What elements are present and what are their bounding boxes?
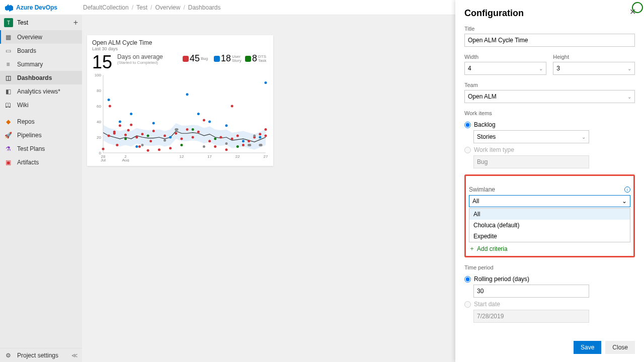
svg-point-72 — [236, 145, 239, 148]
save-button[interactable]: Save — [574, 341, 601, 354]
panel-heading: Configuration — [464, 8, 635, 19]
repos-icon: ◆ — [4, 118, 12, 126]
svg-text:60: 60 — [97, 104, 101, 109]
title-input[interactable] — [464, 34, 635, 47]
config-panel: Configuration ✕ Title Width 4⌄ Height 3⌄… — [455, 0, 644, 362]
add-icon[interactable]: + — [73, 18, 78, 27]
big-number: 15 — [92, 53, 112, 71]
nav-analytics[interactable]: ◧Analytics views* — [0, 84, 82, 98]
nav-repos[interactable]: ◆Repos — [0, 115, 82, 128]
svg-text:27: 27 — [264, 154, 268, 159]
swimlane-option[interactable]: Expedite — [469, 231, 630, 242]
svg-point-57 — [135, 145, 138, 148]
rolling-radio[interactable]: Rolling period (days) — [464, 276, 635, 283]
nav-label: Test Plans — [17, 145, 45, 152]
boards-icon: ▭ — [4, 47, 12, 55]
breadcrumb-item[interactable]: Test — [136, 4, 147, 11]
project-header[interactable]: T Test + — [0, 15, 82, 30]
collapse-icon[interactable]: ≪ — [71, 352, 78, 359]
radio-input[interactable] — [464, 122, 471, 128]
nav-boards[interactable]: ▭Boards — [0, 44, 82, 57]
svg-point-18 — [109, 105, 111, 108]
cycle-time-widget[interactable]: Open ALM Cycle Time Last 30 days 15 Days… — [87, 35, 273, 166]
svg-text:80: 80 — [97, 88, 101, 93]
svg-point-68 — [147, 134, 149, 137]
close-button[interactable]: Close — [605, 341, 635, 354]
backlog-radio[interactable]: Backlog — [464, 121, 635, 128]
backlog-select[interactable]: Stories⌄ — [473, 130, 589, 143]
svg-point-44 — [225, 148, 228, 151]
svg-point-26 — [135, 136, 138, 139]
overview-icon: ▦ — [4, 33, 12, 41]
widget-title: Open ALM Cycle Time — [92, 39, 268, 46]
analytics-icon: ◧ — [4, 87, 12, 96]
svg-point-74 — [164, 139, 166, 142]
brand-text: Azure DevOps — [16, 4, 57, 11]
rolling-input[interactable] — [473, 285, 589, 298]
svg-point-52 — [265, 128, 267, 131]
dashboards-icon: ◫ — [4, 74, 12, 82]
startdate-radio[interactable]: Start date — [464, 301, 635, 308]
nav-overview[interactable]: ▦Overview — [0, 30, 82, 44]
svg-point-31 — [152, 130, 155, 132]
nav-label: Project settings — [17, 352, 58, 359]
svg-point-41 — [208, 140, 211, 142]
svg-point-34 — [169, 147, 172, 149]
svg-point-59 — [169, 136, 172, 139]
team-select[interactable]: Open ALM⌄ — [464, 90, 635, 103]
svg-point-33 — [164, 134, 166, 137]
nav-dashboards[interactable]: ◫Dashboards — [0, 71, 82, 84]
width-select[interactable]: 4⌄ — [464, 62, 546, 75]
svg-point-43 — [219, 136, 222, 139]
artifacts-icon: ▣ — [4, 158, 12, 166]
stats-row: 45Bug 18User Story 8DTS Task — [183, 53, 268, 64]
nav-artifacts[interactable]: ▣Artifacts — [0, 155, 82, 169]
widget-subtitle: Last 30 days — [92, 46, 268, 51]
swimlane-option[interactable]: Choluca (default) — [469, 220, 630, 231]
svg-point-29 — [147, 149, 149, 152]
svg-point-22 — [119, 124, 121, 127]
stat-task: 8DTS Task — [245, 53, 268, 64]
svg-point-32 — [158, 148, 160, 151]
breadcrumb-item[interactable]: Overview — [155, 4, 180, 11]
svg-point-53 — [265, 134, 267, 137]
nav-label: Summary — [17, 61, 43, 68]
svg-point-58 — [152, 122, 155, 125]
svg-text:100: 100 — [95, 74, 102, 77]
brand[interactable]: Azure DevOps — [5, 4, 83, 12]
svg-point-61 — [197, 113, 200, 115]
breadcrumb-item[interactable]: Dashboards — [188, 4, 221, 11]
svg-point-17 — [108, 134, 110, 137]
breadcrumb-item[interactable]: DefaultCollection — [83, 4, 129, 11]
swimlane-select[interactable]: All⌄ — [469, 195, 630, 207]
svg-point-25 — [130, 124, 132, 126]
svg-point-62 — [208, 121, 211, 123]
svg-point-36 — [180, 138, 183, 140]
height-label: Height — [553, 54, 635, 60]
height-select[interactable]: 3⌄ — [553, 62, 635, 75]
svg-point-65 — [259, 136, 261, 139]
nav-wiki[interactable]: 🕮Wiki — [0, 98, 82, 112]
radio-input[interactable] — [464, 147, 471, 153]
radio-input[interactable] — [464, 301, 471, 308]
radio-input[interactable] — [464, 276, 471, 283]
info-icon[interactable]: i — [624, 187, 630, 193]
svg-point-54 — [108, 99, 110, 101]
avg-label: Days on average (Started to Completed) — [117, 53, 163, 65]
svg-point-24 — [127, 129, 130, 132]
avatar[interactable] — [632, 2, 643, 13]
nav-testplans[interactable]: ⚗Test Plans — [0, 142, 82, 155]
svg-point-70 — [192, 128, 194, 131]
svg-point-48 — [242, 144, 245, 146]
task-icon — [245, 56, 251, 62]
project-icon: T — [4, 18, 13, 27]
svg-point-51 — [259, 133, 261, 135]
svg-point-46 — [231, 105, 233, 108]
nav-project-settings[interactable]: ⚙Project settings ≪ — [0, 348, 82, 362]
wit-radio[interactable]: Work item type — [464, 146, 635, 153]
nav-summary[interactable]: ≡Summary — [0, 57, 82, 71]
add-criteria-link[interactable]: ＋Add criteria — [469, 244, 630, 253]
swimlane-option[interactable]: All — [469, 209, 630, 220]
svg-text:22: 22 — [235, 154, 240, 159]
nav-pipelines[interactable]: 🚀Pipelines — [0, 128, 82, 142]
